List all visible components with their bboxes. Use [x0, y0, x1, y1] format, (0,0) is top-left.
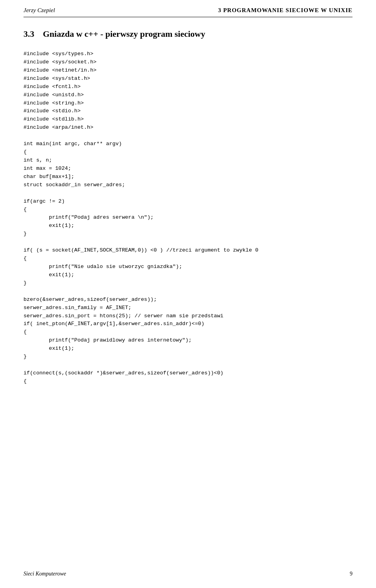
- header-author: Jerzy Czepiel: [24, 7, 55, 14]
- page-header: Jerzy Czepiel 3 PROGRAMOWANIE SIECIOWE W…: [24, 0, 352, 17]
- page-number: 9: [350, 571, 352, 577]
- page-footer: Sieci Komputerowe 9: [24, 571, 352, 577]
- footer-label: Sieci Komputerowe: [24, 571, 66, 577]
- code-block: #include <sys/types.h> #include <sys/soc…: [24, 50, 352, 386]
- section-number: 3.3: [24, 29, 34, 39]
- section-title: 3.3 Gniazda w c++ - pierwszy program sie…: [24, 29, 352, 39]
- header-chapter: 3 PROGRAMOWANIE SIECIOWE W UNIXIE: [218, 7, 352, 14]
- section-heading: Gniazda w c++ - pierwszy program sieciow…: [43, 29, 206, 39]
- page: Jerzy Czepiel 3 PROGRAMOWANIE SIECIOWE W…: [0, 0, 376, 588]
